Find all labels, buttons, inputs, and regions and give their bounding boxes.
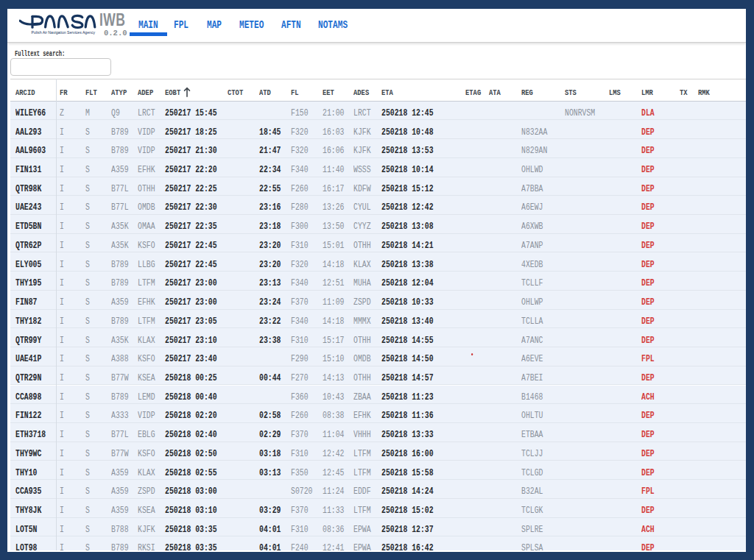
svg-text:Polish Air Navigation Services: Polish Air Navigation Services Agency [32,30,96,35]
